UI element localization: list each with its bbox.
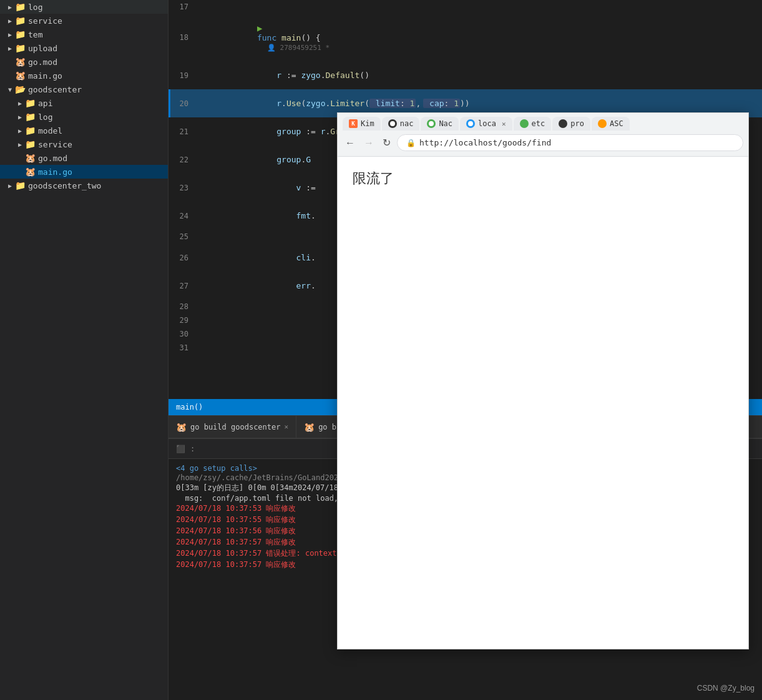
punct: := bbox=[301, 183, 315, 192]
line-number: 27 bbox=[170, 282, 198, 290]
line-number: 21 bbox=[170, 127, 198, 136]
punct: () bbox=[359, 71, 369, 80]
arrow-icon: ▶ bbox=[5, 17, 15, 24]
param-value: 1 bbox=[405, 99, 415, 108]
editor-area: 17 18 ▶ func main() { 👤 2789459251 * bbox=[169, 0, 762, 700]
sidebar-item-label: goodscenter_two bbox=[28, 181, 101, 190]
variable: r bbox=[257, 71, 281, 80]
gopher-icon: 🐹 bbox=[176, 422, 187, 432]
browser-window: K Kim nac Nac bbox=[337, 112, 749, 649]
func-call: Use bbox=[286, 99, 301, 108]
punct: . bbox=[311, 253, 316, 262]
arrow-icon: ▶ bbox=[15, 114, 25, 121]
arrow-icon: ▶ bbox=[5, 4, 15, 11]
browser-content-text: 限流了 bbox=[353, 169, 733, 188]
folder-icon: 📁 bbox=[25, 126, 36, 136]
terminal-tab-label: go build goodscenter bbox=[190, 423, 281, 431]
code-line-17: 17 bbox=[169, 0, 762, 14]
tab-favicon-nac2 bbox=[427, 119, 436, 128]
browser-nav: ← → ↻ 🔒 http://localhost/goods/find bbox=[343, 133, 743, 152]
hint-cap: cap: 1 bbox=[423, 99, 460, 108]
svg-point-2 bbox=[468, 121, 473, 126]
lock-icon: 🔒 bbox=[406, 139, 416, 147]
punct: () { bbox=[301, 33, 320, 42]
folder-icon: 📁 bbox=[25, 98, 36, 108]
line-number: 31 bbox=[170, 343, 198, 352]
arrow-icon: ▶ bbox=[15, 127, 25, 134]
arrow-icon: ▶ bbox=[5, 31, 15, 38]
folder-open-icon: 📂 bbox=[15, 84, 26, 94]
folder-icon: 📁 bbox=[15, 16, 26, 26]
terminal-label: : bbox=[190, 445, 195, 453]
line-number: 28 bbox=[170, 302, 198, 311]
variable: r bbox=[257, 99, 281, 108]
punct: . bbox=[281, 99, 286, 108]
line-content: ▶ func main() { 👤 2789459251 * bbox=[198, 14, 762, 61]
sidebar-item-goodscenter-two[interactable]: ▶ 📁 goodscenter_two bbox=[0, 179, 168, 192]
arrow-icon: ▶ bbox=[5, 45, 15, 52]
punct: := bbox=[301, 127, 320, 136]
line-content: r := zygo.Default() bbox=[198, 61, 762, 89]
browser-body: 限流了 bbox=[338, 157, 748, 649]
browser-tab-nac2[interactable]: Nac bbox=[421, 117, 459, 131]
browser-tab-local[interactable]: loca ✕ bbox=[460, 117, 512, 131]
browser-tab-label: loca bbox=[478, 119, 496, 128]
folder-icon: 📁 bbox=[25, 112, 36, 122]
forward-button[interactable]: → bbox=[361, 135, 376, 151]
user-annotation: 👤 2789459251 * bbox=[267, 44, 330, 52]
browser-tab-kim[interactable]: K Kim bbox=[343, 117, 381, 131]
browser-tab-nac1[interactable]: nac bbox=[382, 117, 420, 131]
sidebar-item-tem[interactable]: ▶ 📁 tem bbox=[0, 27, 168, 41]
sidebar-item-log[interactable]: ▶ 📁 log bbox=[0, 110, 168, 124]
tab-favicon-pro bbox=[559, 119, 567, 128]
line-number: 25 bbox=[170, 232, 198, 241]
folder-icon: 📁 bbox=[25, 139, 36, 149]
sidebar-item-label: log bbox=[38, 112, 52, 122]
address-bar[interactable]: 🔒 http://localhost/goods/find bbox=[397, 134, 743, 151]
sidebar-item-label: go.mod bbox=[28, 57, 57, 67]
code-line-19: 19 r := zygo.Default() bbox=[169, 61, 762, 89]
sidebar-item-maingo[interactable]: ▶ 🐹 main.go bbox=[0, 165, 168, 179]
sidebar-item-upload[interactable]: ▶ 📁 upload bbox=[0, 41, 168, 55]
run-arrow-icon[interactable]: ▶ bbox=[257, 23, 262, 33]
terminal-tab-goodscenter[interactable]: 🐹 go build goodscenter ✕ bbox=[169, 416, 296, 438]
browser-tab-label: Kim bbox=[361, 119, 374, 128]
gopher-icon: 🐹 bbox=[25, 167, 36, 177]
variable: r bbox=[321, 127, 326, 136]
sidebar-item-model[interactable]: ▶ 📁 model bbox=[0, 124, 168, 137]
browser-tab-etc[interactable]: etc bbox=[514, 117, 552, 131]
line-number: 17 bbox=[170, 2, 198, 11]
sidebar-item-goodscenter[interactable]: ▼ 📂 goodscenter bbox=[0, 82, 168, 96]
line-number: 18 bbox=[170, 33, 198, 42]
sidebar-item-service-top[interactable]: ▶ 📁 service bbox=[0, 14, 168, 27]
sidebar-item-api[interactable]: ▶ 📁 api bbox=[0, 96, 168, 110]
sidebar-item-label: api bbox=[38, 99, 52, 108]
sidebar-item-gomod[interactable]: ▶ 🐹 go.mod bbox=[0, 151, 168, 165]
hint-limit: limit: 1 bbox=[369, 99, 416, 108]
folder-icon: 📁 bbox=[15, 180, 26, 190]
pkg: zygo bbox=[301, 71, 320, 80]
code-line-18: 18 ▶ func main() { 👤 2789459251 * bbox=[169, 14, 762, 61]
reload-button[interactable]: ↻ bbox=[380, 134, 393, 151]
punct: . bbox=[311, 281, 316, 290]
browser-tab-pro[interactable]: pro bbox=[552, 117, 590, 131]
sidebar-item-label: log bbox=[28, 2, 42, 12]
url-text: http://localhost/goods/find bbox=[419, 138, 551, 147]
gomod-icon: 🐹 bbox=[15, 57, 26, 67]
tab-close-icon[interactable]: ✕ bbox=[502, 120, 506, 128]
svg-point-0 bbox=[390, 121, 395, 126]
sidebar-item-gomod-top[interactable]: ▶ 🐹 go.mod bbox=[0, 55, 168, 69]
tab-favicon-etc bbox=[520, 119, 529, 128]
punct: . bbox=[311, 211, 316, 220]
variable: cli bbox=[257, 253, 311, 262]
browser-tab-asc[interactable]: ASC bbox=[592, 117, 630, 131]
browser-tabs: K Kim nac Nac bbox=[343, 117, 743, 131]
close-icon[interactable]: ✕ bbox=[285, 423, 289, 431]
back-button[interactable]: ← bbox=[343, 135, 358, 151]
punct: . bbox=[321, 71, 326, 80]
sidebar-item-service[interactable]: ▶ 📁 service bbox=[0, 137, 168, 151]
sidebar-item-log-top[interactable]: ▶ 📁 log bbox=[0, 0, 168, 14]
gomod-icon: 🐹 bbox=[25, 153, 36, 163]
sidebar-item-maingo-top[interactable]: ▶ 🐹 main.go bbox=[0, 69, 168, 82]
gopher-icon: 🐹 bbox=[15, 71, 26, 81]
